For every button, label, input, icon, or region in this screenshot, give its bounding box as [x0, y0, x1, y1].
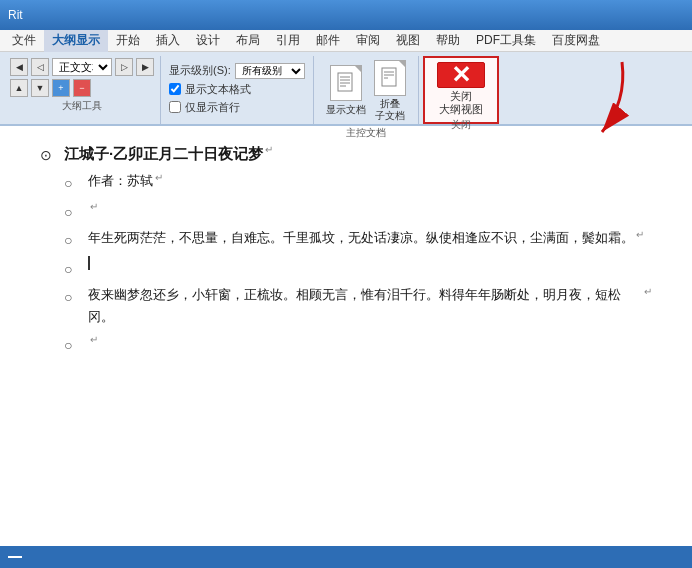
- svg-rect-5: [382, 68, 396, 86]
- close-group-label: 关闭: [451, 118, 471, 132]
- menu-pdf[interactable]: PDF工具集: [468, 30, 544, 52]
- empty3-bullet: ○: [64, 334, 80, 356]
- svg-rect-0: [338, 73, 352, 91]
- menu-design[interactable]: 设计: [188, 30, 228, 52]
- show-level-select[interactable]: 所有级别: [235, 63, 305, 79]
- show-first-line-checkbox[interactable]: [169, 101, 181, 113]
- menu-help[interactable]: 帮助: [428, 30, 468, 52]
- close-group: ✕ 关闭大纲视图 关闭: [423, 56, 499, 124]
- status-bar: [0, 546, 692, 568]
- level-select[interactable]: 正文文本: [52, 58, 112, 76]
- expand-btn[interactable]: +: [52, 79, 70, 97]
- menu-references[interactable]: 引用: [268, 30, 308, 52]
- para1-text: 年生死两茫茫，不思量，自难忘。千里孤坟，无处话凄凉。纵使相逢应不识，尘满面，鬓如…: [88, 227, 634, 249]
- para2-para-marker: ↵: [644, 284, 652, 300]
- outline-tools-label: 大纲工具: [10, 99, 154, 113]
- show-text-format-label: 显示文本格式: [185, 82, 251, 97]
- doc-title: 江城子·乙卯正月二十日夜记梦: [64, 142, 263, 166]
- nav-right-btn[interactable]: ▷: [115, 58, 133, 76]
- title-bar: Rit: [0, 0, 692, 30]
- menu-mail[interactable]: 邮件: [308, 30, 348, 52]
- master-doc-icons: 显示文档 折叠子文档: [326, 60, 406, 126]
- show-doc-icon: [330, 65, 362, 101]
- show-doc-btn[interactable]: 显示文档: [326, 65, 366, 117]
- close-btn-label: 关闭大纲视图: [439, 90, 483, 116]
- para2-bullet: ○: [64, 286, 80, 308]
- close-x-icon: ✕: [451, 63, 471, 87]
- show-level-label: 显示级别(S):: [169, 63, 231, 78]
- menu-baidu[interactable]: 百度网盘: [544, 30, 608, 52]
- document-area: ⊙ 江城子·乙卯正月二十日夜记梦 ↵ ○ 作者：苏轼 ↵ ○ ↵ ○ 年生死两茫…: [0, 126, 692, 546]
- collapse-subdoc-btn[interactable]: 折叠子文档: [374, 60, 406, 122]
- outline-empty1: ○ ↵: [40, 199, 652, 223]
- empty1-bullet: ○: [64, 201, 80, 223]
- outline-title-entry: ⊙ 江城子·乙卯正月二十日夜记梦 ↵: [40, 142, 652, 166]
- menu-view[interactable]: 视图: [388, 30, 428, 52]
- show-doc-label: 显示文档: [326, 103, 366, 117]
- nav-down-btn[interactable]: ▼: [31, 79, 49, 97]
- ribbon-content: ◀ ◁ 正文文本 ▷ ▶ ▲ ▼ + − 大纲工具: [0, 52, 692, 124]
- collapse-btn[interactable]: −: [73, 79, 91, 97]
- menu-layout[interactable]: 布局: [228, 30, 268, 52]
- nav-up-btn[interactable]: ▲: [10, 79, 28, 97]
- collapse-subdoc-icon: [374, 60, 406, 96]
- para1-bullet: ○: [64, 229, 80, 251]
- menu-bar: 文件 大纲显示 开始 插入 设计 布局 引用 邮件 审阅 视图 帮助 PDF工具…: [0, 30, 692, 52]
- menu-insert[interactable]: 插入: [148, 30, 188, 52]
- master-doc-group: 显示文档 折叠子文档: [314, 56, 419, 124]
- empty1-para-marker: ↵: [90, 199, 98, 215]
- para1-para-marker: ↵: [636, 227, 644, 243]
- outline-tools-group: ◀ ◁ 正文文本 ▷ ▶ ▲ ▼ + − 大纲工具: [4, 56, 161, 124]
- author-text: 作者：苏轼: [88, 170, 153, 192]
- author-para-marker: ↵: [155, 170, 163, 186]
- empty2-bullet: ○: [64, 258, 80, 280]
- menu-file[interactable]: 文件: [4, 30, 44, 52]
- nav-left-btn[interactable]: ◀: [10, 58, 28, 76]
- author-bullet: ○: [64, 172, 80, 194]
- title-bullet: ⊙: [40, 144, 56, 166]
- outline-empty2: ○: [40, 256, 652, 280]
- menu-review[interactable]: 审阅: [348, 30, 388, 52]
- nav-left2-btn[interactable]: ◁: [31, 58, 49, 76]
- outline-empty3: ○ ↵: [40, 332, 652, 356]
- close-outline-btn[interactable]: ✕: [437, 62, 485, 88]
- master-doc-label: 主控文档: [346, 126, 386, 140]
- collapse-subdoc-label: 折叠子文档: [375, 98, 405, 122]
- outline-para1: ○ 年生死两茫茫，不思量，自难忘。千里孤坟，无处话凄凉。纵使相逢应不识，尘满面，…: [40, 227, 652, 251]
- show-first-line-label: 仅显示首行: [185, 100, 240, 115]
- title-bar-text: Rit: [8, 8, 23, 22]
- menu-home[interactable]: 开始: [108, 30, 148, 52]
- show-text-format-checkbox[interactable]: [169, 83, 181, 95]
- nav-right2-btn[interactable]: ▶: [136, 58, 154, 76]
- title-para-marker: ↵: [265, 142, 273, 158]
- outline-para2: ○ 夜来幽梦忽还乡，小轩窗，正梳妆。相顾无言，惟有泪千行。料得年年肠断处，明月夜…: [40, 284, 652, 328]
- empty3-para-marker: ↵: [90, 332, 98, 348]
- menu-outline[interactable]: 大纲显示: [44, 30, 108, 52]
- outline-author-entry: ○ 作者：苏轼 ↵: [40, 170, 652, 194]
- cursor: [88, 256, 90, 270]
- para2-text: 夜来幽梦忽还乡，小轩窗，正梳妆。相顾无言，惟有泪千行。料得年年肠断处，明月夜，短…: [88, 284, 642, 328]
- show-options-group: 显示级别(S): 所有级别 显示文本格式 仅显示首行: [161, 56, 314, 124]
- ribbon: ◀ ◁ 正文文本 ▷ ▶ ▲ ▼ + − 大纲工具: [0, 52, 692, 126]
- status-dash-icon: [8, 556, 22, 558]
